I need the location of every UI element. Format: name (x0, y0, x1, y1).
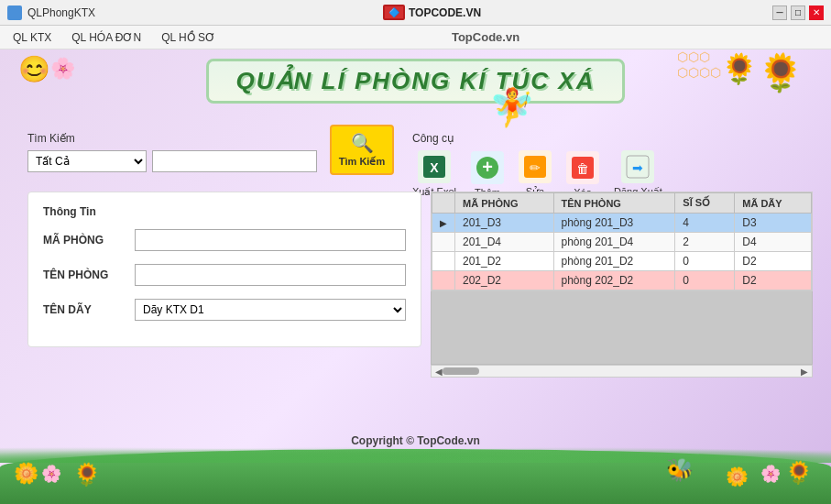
page-title: QUẢN LÍ PHÒNG KÍ TÚC XÁ (236, 67, 596, 94)
smiley-deco: 😊 (18, 54, 50, 84)
cell-ma_phong: 201_D4 (455, 233, 554, 252)
flower-bottom-left3: 🌻 (73, 462, 101, 488)
cell-ten_phong: phòng 201_D2 (553, 252, 675, 271)
menu-ql-ktx[interactable]: QL KTX (4, 28, 60, 47)
row-selector (432, 233, 455, 252)
form-row-ma-phong: MÃ PHÒNG (43, 229, 406, 251)
menu-ql-hoa-don[interactable]: QL HÓA ĐƠN (62, 28, 150, 47)
sunflower-right2: 🌻 (721, 51, 758, 86)
topcode-logo-box: 🔷 (383, 5, 405, 20)
cell-ten_phong: phòng 202_D2 (553, 271, 675, 290)
title-bar: QLPhongKTX 🔷 TOPCODE.VN ─ □ ✕ (0, 0, 831, 26)
logout-icon: ➡ (621, 150, 654, 183)
toolbar-label: Công cụ (412, 132, 662, 145)
flower-bottom-right: 🌻 (785, 460, 813, 486)
data-table: MÃ PHÒNG TÊN PHÒNG SĨ SỐ MÃ DÃY ▶201_D3p… (432, 192, 812, 290)
grass-bottom (0, 449, 831, 504)
copyright-bar: Copyright © TopCode.vn (0, 434, 831, 447)
table-row[interactable]: ▶201_D3phòng 201_D34D3 (432, 214, 812, 233)
add-button[interactable]: + Thêm (471, 151, 504, 198)
search-label: Tìm Kiếm (27, 132, 317, 145)
title-banner: QUẢN LÍ PHÒNG KÍ TÚC XÁ (206, 59, 626, 104)
table-empty-area (431, 291, 813, 365)
col-selector (432, 193, 455, 214)
honeycomb-deco: ⬡⬡⬡⬡⬡⬡⬡ (677, 49, 721, 81)
col-ma-day: MÃ DÃY (735, 193, 812, 214)
topcode-brand: TOPCODE.VN (409, 6, 481, 19)
cell-ten_phong: phòng 201_D3 (553, 214, 675, 233)
search-button[interactable]: 🔍 Tìm Kiếm (330, 125, 394, 175)
ten-day-select[interactable]: Dãy KTX D1 Dãy KTX D2 Dãy KTX D3 (135, 299, 406, 321)
table-header-row: MÃ PHÒNG TÊN PHÒNG SĨ SỐ MÃ DÃY (432, 193, 812, 214)
table-row[interactable]: 202_D2phòng 202_D20D2 (432, 271, 812, 290)
svg-text:X: X (430, 160, 439, 175)
search-row: Tất Cả Mã Phòng Tên Phòng Mã Dãy (27, 150, 317, 172)
scroll-left-arrow[interactable]: ◀ (435, 367, 443, 377)
excel-icon: X (418, 150, 451, 183)
flower-bottom-right3: 🌼 (726, 466, 749, 488)
main-area: 🌻 🌻 😊 🌸 🧚 ⬡⬡⬡⬡⬡⬡⬡ QUẢN LÍ PHÒNG KÍ TÚC X… (0, 49, 831, 504)
table-row[interactable]: 201_D4phòng 201_D42D4 (432, 233, 812, 252)
search-section: Tìm Kiếm Tất Cả Mã Phòng Tên Phòng Mã Dã… (27, 132, 317, 172)
sunflower-right: 🌻 (758, 51, 804, 94)
search-button-label: Tìm Kiếm (339, 156, 385, 168)
flower-bottom-right2: 🌸 (760, 464, 781, 484)
row-selector (432, 271, 455, 290)
close-button[interactable]: ✕ (809, 5, 824, 20)
table-scrollbar[interactable]: ◀ ▶ (431, 365, 813, 378)
cell-ma_phong: 201_D3 (455, 214, 554, 233)
cell-ma_day: D2 (735, 252, 812, 271)
svg-text:🗑: 🗑 (576, 161, 589, 176)
copyright-text: Copyright © TopCode.vn (351, 434, 480, 447)
cell-si_so: 0 (675, 271, 735, 290)
flower-bottom-left: 🌼 (14, 462, 38, 486)
ten-day-label: TÊN DÃY (43, 303, 135, 316)
menu-ql-ho-so[interactable]: QL HỒ SƠ (152, 28, 224, 47)
topcode-logo: 🔷 TOPCODE.VN (383, 5, 481, 20)
table-row[interactable]: 201_D2phòng 201_D20D2 (432, 252, 812, 271)
table-scroll-area: MÃ PHÒNG TÊN PHÒNG SĨ SỐ MÃ DÃY ▶201_D3p… (431, 192, 813, 291)
row-selector (432, 252, 455, 271)
form-section: Thông Tin MÃ PHÒNG TÊN PHÒNG TÊN DÃY Dãy… (27, 192, 421, 347)
delete-button[interactable]: 🗑 Xóa (566, 151, 599, 198)
delete-icon: 🗑 (566, 151, 599, 184)
maximize-button[interactable]: □ (791, 5, 805, 20)
cell-si_so: 0 (675, 252, 735, 271)
flower-bottom-left2: 🌸 (41, 464, 61, 484)
bee-deco: 🐝 (666, 457, 694, 483)
ma-phong-label: MÃ PHÒNG (43, 234, 135, 247)
col-ma-phong: MÃ PHÒNG (455, 193, 554, 214)
add-icon: + (471, 151, 504, 184)
flower-top-left: 🌸 (50, 57, 75, 81)
search-icon: 🔍 (351, 132, 374, 154)
scrollbar-thumb[interactable] (443, 367, 479, 375)
col-si-so: SĨ SỐ (675, 193, 735, 214)
edit-icon: ✏ (519, 150, 552, 183)
ma-phong-input[interactable] (135, 229, 406, 251)
col-ten-phong: TÊN PHÒNG (553, 193, 675, 214)
svg-text:+: + (482, 157, 493, 177)
minimize-button[interactable]: ─ (772, 5, 787, 20)
row-selector: ▶ (432, 214, 455, 233)
ten-phong-input[interactable] (135, 264, 406, 286)
menu-items: QL KTX QL HÓA ĐƠN QL HỒ SƠ (4, 28, 224, 47)
scroll-right-arrow[interactable]: ▶ (801, 367, 808, 377)
cell-ma_day: D4 (735, 233, 812, 252)
app-title: QLPhongKTX (27, 6, 95, 19)
app-icon (7, 5, 22, 20)
table-section: MÃ PHÒNG TÊN PHÒNG SĨ SỐ MÃ DÃY ▶201_D3p… (431, 192, 813, 435)
ten-phong-label: TÊN PHÒNG (43, 268, 135, 281)
search-input[interactable] (152, 150, 317, 172)
cell-ten_phong: phòng 201_D4 (553, 233, 675, 252)
fairy-deco: 🧚 (489, 86, 535, 129)
svg-text:➡: ➡ (632, 160, 643, 175)
svg-text:✏: ✏ (530, 160, 541, 175)
cell-si_so: 4 (675, 214, 735, 233)
search-select[interactable]: Tất Cả Mã Phòng Tên Phòng Mã Dãy (27, 150, 147, 172)
window-controls: ─ □ ✕ (772, 5, 824, 20)
cell-ma_phong: 202_D2 (455, 271, 554, 290)
toolbar-section: Công cụ X Xuất Exel + Thêm (412, 132, 662, 198)
cell-si_so: 2 (675, 233, 735, 252)
cell-ma_phong: 201_D2 (455, 252, 554, 271)
form-row-ten-day: TÊN DÃY Dãy KTX D1 Dãy KTX D2 Dãy KTX D3 (43, 299, 406, 321)
